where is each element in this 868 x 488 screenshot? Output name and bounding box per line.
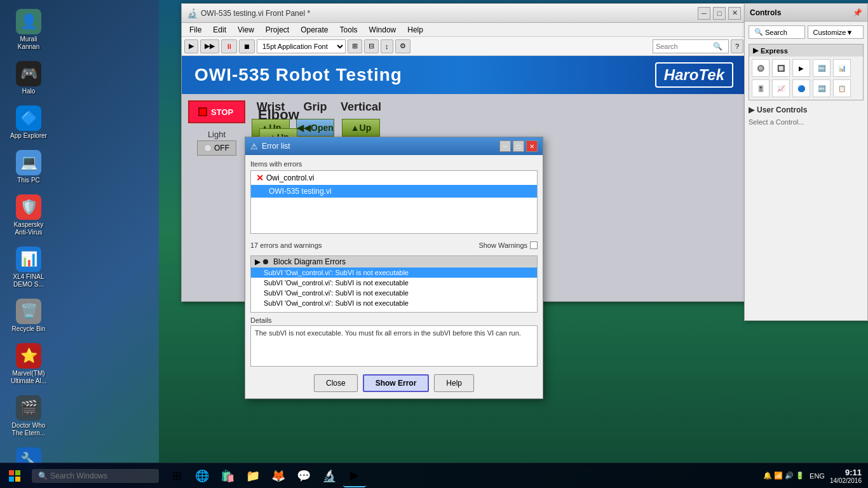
grip-open-btn[interactable]: ◀◀ Open <box>296 119 334 137</box>
cp-select-control-label[interactable]: Select a Control... <box>749 117 864 127</box>
light-circle <box>204 144 212 152</box>
error-status-bar: 17 errors and warnings Show Warnings <box>250 239 538 252</box>
cp-item-6[interactable]: 📈 <box>772 79 790 97</box>
toolbar-help-btn[interactable]: ? <box>731 39 743 53</box>
toolbar-stop-btn[interactable]: ⏸ <box>221 39 237 53</box>
cp-item-0[interactable]: 🔘 <box>752 59 770 77</box>
desktop-icon-recycle[interactable]: 🗑️ Recycle Bin <box>6 296 51 336</box>
menu-tools[interactable]: Tools <box>335 24 363 36</box>
show-warnings-checkbox[interactable] <box>530 241 538 249</box>
font-select[interactable]: 15pt Application Font <box>257 39 346 53</box>
error-err-item-0[interactable]: SubVI 'Owi_control.vi': SubVI is not exe… <box>251 268 537 278</box>
error-err-item-2[interactable]: SubVI 'Owi_control.vi': SubVI is not exe… <box>251 288 537 298</box>
cp-item-4[interactable]: 📊 <box>833 59 851 77</box>
stop-button[interactable]: STOP <box>188 100 245 123</box>
menu-operate[interactable]: Operate <box>295 24 333 36</box>
controls-panel-pin[interactable]: 📌 <box>853 8 862 17</box>
taskbar-search-input[interactable] <box>50 471 146 480</box>
error-err-item-1[interactable]: SubVI 'Owi_control.vi': SubVI is not exe… <box>251 278 537 288</box>
cp-search-btn[interactable]: 🔍 Search <box>749 25 805 39</box>
toolbar-search-input[interactable] <box>656 43 713 50</box>
desktop-icon-marvel[interactable]: ⭐ Marvel(TM)Ultimate Al... <box>6 341 51 388</box>
lv-titlebar[interactable]: 🔬 OWI-535 testing.vi Front Panel * ─ □ ✕ <box>182 4 746 23</box>
error-dialog-body: Items with errors ✕ Owi_control.vi OWI-5… <box>245 155 543 398</box>
toolbar-search-box[interactable]: 🔍 <box>653 39 729 53</box>
desktop-icon-area: 👤 Murali Kannan 🎮 Halo 🔷 App Explorer 💻 … <box>6 6 51 488</box>
lv-close-btn[interactable]: ✕ <box>728 7 741 20</box>
error-errors-list[interactable]: ▶ Block Diagram Errors SubVI 'Owi_contro… <box>250 255 538 313</box>
windows-logo-icon <box>8 470 21 482</box>
taskbar-search-box[interactable]: 🔍 <box>32 469 159 483</box>
toolbar-run-btn[interactable]: ▶ <box>184 39 198 53</box>
error-close-btn[interactable]: Close <box>314 374 358 392</box>
desktop-icon-doctorwho[interactable]: 🎬 Doctor WhoThe Etern... <box>6 393 51 440</box>
cp-item-3[interactable]: 🔤 <box>813 59 831 77</box>
controls-panel-title: Controls <box>750 8 781 17</box>
details-section: Details The subVI is not executable. You… <box>250 316 538 367</box>
taskbar-edge[interactable]: 🌐 <box>191 464 214 487</box>
cp-express-label: Express <box>761 47 788 55</box>
toolbar-dist-btn[interactable]: ⊟ <box>364 39 379 53</box>
error-items-list[interactable]: ✕ Owi_control.vi OWI-535 testing.vi <box>250 170 538 234</box>
error-show-error-btn[interactable]: Show Error <box>363 374 430 392</box>
show-warnings-container[interactable]: Show Warnings <box>478 241 538 249</box>
toolbar-misc-btn[interactable]: ⚙ <box>395 39 410 53</box>
cp-user-controls-header[interactable]: ▶ User Controls <box>749 105 864 114</box>
cp-item-9[interactable]: 📋 <box>833 79 851 97</box>
desktop-icon-thispc[interactable]: 💻 This PC <box>6 147 51 187</box>
desktop-icon-halo[interactable]: 🎮 Halo <box>6 58 51 98</box>
toolbar-align-btn[interactable]: ⊞ <box>348 39 362 53</box>
taskbar-labview[interactable]: ▶ <box>343 464 366 487</box>
cp-express-header[interactable]: ▶ Express <box>749 44 863 57</box>
lv-maximize-btn[interactable]: □ <box>713 7 726 20</box>
stop-indicator <box>198 107 207 116</box>
cp-item-8[interactable]: 🔤 <box>813 79 831 97</box>
menu-project[interactable]: Project <box>261 24 294 36</box>
svg-rect-0 <box>9 470 14 475</box>
error-help-btn[interactable]: Help <box>434 374 474 392</box>
error-dialog-title: Error list <box>262 142 499 151</box>
error-err-item-3[interactable]: SubVI 'Owi_control.vi': SubVI is not exe… <box>251 298 537 308</box>
taskbar-explorer[interactable]: 📁 <box>241 464 264 487</box>
cp-item-7[interactable]: 🔵 <box>792 79 810 97</box>
error-item-owictrl[interactable]: ✕ Owi_control.vi <box>251 171 537 185</box>
desktop-icon-user[interactable]: 👤 Murali Kannan <box>6 6 51 53</box>
cp-item-2[interactable]: ▶ <box>792 59 810 77</box>
menu-file[interactable]: File <box>184 24 207 36</box>
taskbar-store[interactable]: 🛍️ <box>216 464 239 487</box>
block-diagram-group-header[interactable]: ▶ Block Diagram Errors <box>251 256 537 268</box>
taskbar-clock[interactable]: 9:11 14/02/2016 <box>830 468 862 484</box>
cp-search-icon: 🔍 <box>754 28 763 36</box>
desktop-icon-xl4final[interactable]: 📊 XL4 FINALDEMO S... <box>6 244 51 291</box>
svg-rect-3 <box>15 477 20 482</box>
error-dialog-maximize[interactable]: □ <box>513 140 524 152</box>
toolbar-run2-btn[interactable]: ▶▶ <box>200 39 219 53</box>
desktop-icon-appexplorer[interactable]: 🔷 App Explorer <box>6 103 51 142</box>
taskbar-task-view[interactable]: ⊞ <box>165 464 188 487</box>
owi-title: OWI-535 Robot Testing <box>194 65 402 85</box>
svg-rect-2 <box>9 477 14 482</box>
items-with-errors-label: Items with errors <box>250 160 538 168</box>
cp-express-section: ▶ Express 🔘 🔲 ▶ 🔤 📊 🎚️ 📈 🔵 🔤 📋 <box>749 44 864 100</box>
menu-view[interactable]: View <box>233 24 259 36</box>
start-button[interactable] <box>0 463 29 489</box>
cp-item-5[interactable]: 🎚️ <box>752 79 770 97</box>
error-item-owi535[interactable]: OWI-535 testing.vi <box>251 185 537 198</box>
light-toggle-btn[interactable]: OFF <box>197 140 236 156</box>
error-dialog-close[interactable]: ✕ <box>526 140 538 152</box>
toolbar-pause-btn[interactable]: ⏹ <box>239 39 255 53</box>
error-dialog-minimize[interactable]: ─ <box>499 140 511 152</box>
lv-minimize-btn[interactable]: ─ <box>698 7 710 20</box>
menu-edit[interactable]: Edit <box>208 24 231 36</box>
menu-window[interactable]: Window <box>364 24 402 36</box>
vertical-up-btn[interactable]: ▲ Up <box>342 119 380 137</box>
toolbar-reorder-btn[interactable]: ↕ <box>381 39 393 53</box>
error-dialog-titlebar[interactable]: ⚠ Error list ─ □ ✕ <box>245 137 543 155</box>
taskbar-firefox[interactable]: 🦊 <box>267 464 290 487</box>
taskbar-ni[interactable]: 🔬 <box>318 464 341 487</box>
taskbar-wechat[interactable]: 💬 <box>292 464 315 487</box>
cp-customize-btn[interactable]: Customize▼ <box>808 25 864 39</box>
desktop-icon-kaspersky[interactable]: 🛡️ KasperskyAnti-Virus <box>6 192 51 239</box>
menu-help[interactable]: Help <box>402 24 428 36</box>
cp-item-1[interactable]: 🔲 <box>772 59 790 77</box>
